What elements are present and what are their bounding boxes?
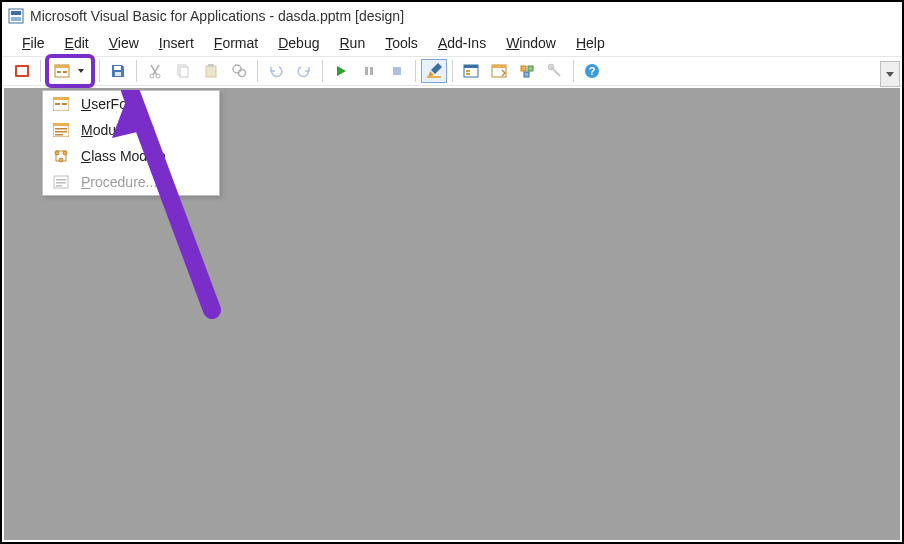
menu-help[interactable]: Help bbox=[566, 33, 615, 53]
svg-rect-9 bbox=[114, 66, 121, 70]
separator bbox=[136, 60, 137, 82]
cut-button[interactable] bbox=[142, 59, 168, 83]
svg-point-47 bbox=[59, 158, 63, 162]
project-explorer-button[interactable] bbox=[458, 59, 484, 83]
svg-rect-22 bbox=[427, 76, 441, 78]
toolbox-button[interactable] bbox=[542, 59, 568, 83]
svg-rect-19 bbox=[365, 67, 368, 75]
properties-window-button[interactable] bbox=[486, 59, 512, 83]
svg-rect-21 bbox=[393, 67, 401, 75]
svg-rect-36 bbox=[53, 97, 69, 100]
class-module-icon bbox=[51, 148, 71, 164]
insert-module-item[interactable]: Module bbox=[43, 117, 219, 143]
insert-dropdown-menu: UserForm Module Class Module Procedure..… bbox=[42, 90, 220, 196]
menu-label: Procedure... bbox=[81, 174, 157, 190]
insert-dropdown-arrow[interactable] bbox=[74, 59, 88, 83]
menu-label: Class Module bbox=[81, 148, 166, 164]
vba-app-icon bbox=[8, 8, 24, 24]
svg-rect-38 bbox=[62, 103, 67, 105]
menu-bar: File Edit View Insert Format Debug Run T… bbox=[2, 30, 902, 56]
svg-rect-40 bbox=[53, 123, 69, 126]
menu-format[interactable]: Format bbox=[204, 33, 268, 53]
menu-tools[interactable]: Tools bbox=[375, 33, 428, 53]
break-button[interactable] bbox=[356, 59, 382, 83]
svg-point-45 bbox=[55, 151, 59, 155]
svg-rect-8 bbox=[63, 71, 67, 73]
svg-rect-42 bbox=[55, 131, 67, 133]
menu-label: Module bbox=[81, 122, 127, 138]
find-button[interactable] bbox=[226, 59, 252, 83]
menu-file[interactable]: File bbox=[12, 33, 55, 53]
procedure-icon bbox=[51, 174, 71, 190]
help-button[interactable]: ? bbox=[579, 59, 605, 83]
svg-rect-10 bbox=[115, 72, 121, 76]
svg-point-12 bbox=[156, 74, 160, 78]
window-title: Microsoft Visual Basic for Applications … bbox=[30, 8, 404, 24]
menu-label: UserForm bbox=[81, 96, 143, 112]
undo-button[interactable] bbox=[263, 59, 289, 83]
svg-rect-31 bbox=[524, 72, 529, 77]
svg-point-46 bbox=[63, 151, 67, 155]
svg-rect-51 bbox=[56, 185, 62, 187]
run-button[interactable] bbox=[328, 59, 354, 83]
svg-rect-7 bbox=[57, 71, 61, 73]
menu-edit[interactable]: Edit bbox=[55, 33, 99, 53]
insert-userform-button[interactable] bbox=[52, 59, 72, 83]
svg-point-11 bbox=[150, 74, 154, 78]
svg-rect-24 bbox=[464, 65, 478, 68]
insert-userform-item[interactable]: UserForm bbox=[43, 91, 219, 117]
svg-rect-14 bbox=[180, 67, 188, 77]
menu-run[interactable]: Run bbox=[329, 33, 375, 53]
svg-rect-41 bbox=[55, 128, 67, 130]
separator bbox=[573, 60, 574, 82]
svg-rect-25 bbox=[466, 70, 470, 72]
title-bar: Microsoft Visual Basic for Applications … bbox=[2, 2, 902, 30]
svg-rect-2 bbox=[11, 17, 21, 21]
svg-rect-26 bbox=[466, 73, 470, 75]
separator bbox=[452, 60, 453, 82]
svg-rect-20 bbox=[370, 67, 373, 75]
svg-rect-43 bbox=[55, 134, 63, 136]
menu-window[interactable]: Window bbox=[496, 33, 566, 53]
svg-rect-37 bbox=[55, 103, 60, 105]
svg-rect-30 bbox=[528, 66, 533, 71]
separator bbox=[415, 60, 416, 82]
insert-class-module-item[interactable]: Class Module bbox=[43, 143, 219, 169]
module-icon bbox=[51, 122, 71, 138]
svg-rect-4 bbox=[17, 67, 27, 75]
toolbar-overflow[interactable] bbox=[880, 61, 900, 87]
view-powerpoint-button[interactable] bbox=[9, 59, 35, 83]
svg-rect-1 bbox=[11, 11, 21, 15]
redo-button[interactable] bbox=[291, 59, 317, 83]
insert-dropdown-highlight bbox=[45, 54, 95, 88]
menu-insert[interactable]: Insert bbox=[149, 33, 204, 53]
menu-debug[interactable]: Debug bbox=[268, 33, 329, 53]
svg-rect-15 bbox=[206, 66, 216, 77]
toolbar: ? bbox=[2, 56, 902, 86]
svg-text:?: ? bbox=[589, 65, 596, 77]
object-browser-button[interactable] bbox=[514, 59, 540, 83]
copy-button[interactable] bbox=[170, 59, 196, 83]
separator bbox=[257, 60, 258, 82]
svg-point-17 bbox=[233, 65, 241, 73]
separator bbox=[99, 60, 100, 82]
paste-button[interactable] bbox=[198, 59, 224, 83]
save-button[interactable] bbox=[105, 59, 131, 83]
separator bbox=[40, 60, 41, 82]
userform-icon bbox=[51, 96, 71, 112]
svg-rect-6 bbox=[55, 65, 69, 68]
svg-rect-29 bbox=[521, 66, 526, 71]
design-mode-button[interactable] bbox=[421, 59, 447, 83]
svg-rect-50 bbox=[56, 182, 66, 184]
svg-rect-16 bbox=[208, 64, 214, 67]
reset-button[interactable] bbox=[384, 59, 410, 83]
svg-rect-28 bbox=[492, 65, 506, 68]
menu-view[interactable]: View bbox=[99, 33, 149, 53]
svg-rect-49 bbox=[56, 179, 66, 181]
insert-procedure-item: Procedure... bbox=[43, 169, 219, 195]
separator bbox=[322, 60, 323, 82]
menu-addins[interactable]: Add-Ins bbox=[428, 33, 496, 53]
